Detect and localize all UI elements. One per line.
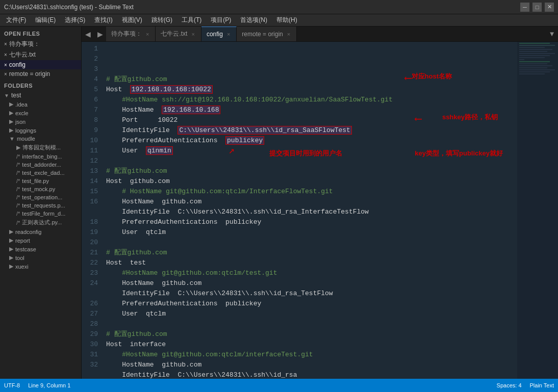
menu-item-p[interactable]: 项目(P) [207,15,235,25]
folder-child-name: json [15,119,26,125]
tab-next-button[interactable]: ▶ [94,27,106,41]
folder-excle[interactable]: ▶ excle [7,109,81,117]
folder-child-name: loggings [15,127,36,134]
folder-arrow-icon: ▶ [9,263,13,270]
folder-tool[interactable]: ▶ tool [7,253,81,262]
file-test-operation[interactable]: /* test_operation... [14,193,81,201]
minimize-button[interactable]: ─ [520,3,529,12]
folder-loggings[interactable]: ▶ loggings [7,126,81,135]
file-icon: /* [16,211,20,217]
title-bar: C:\Users\24831\.ssh\config (test) - Subl… [0,0,558,14]
folder-test-children: ▶ .idea ▶ excle ▶ json ▶ loggings ▼ moud… [0,100,81,271]
tab-label: config [207,31,223,38]
tab-overflow-button[interactable]: ▼ [546,27,558,41]
status-right: Spaces: 4 Plain Text [497,382,554,388]
menu-item-n[interactable]: 首选项(N) [236,15,271,25]
tab-daiban[interactable]: 待办事项： × [106,27,156,41]
code-editor[interactable]: # 配置github.com Host 192.168.10.168:10022… [102,42,517,379]
folder-readconfig[interactable]: ▶ readconfig [7,227,81,236]
close-icon[interactable]: × [4,41,7,47]
tab-label: 七牛云.txt [161,30,187,38]
close-icon[interactable]: × [4,71,7,77]
moudle-children: ▶ 博客园定制模... /* interface_bing... /* test… [7,143,81,227]
menu-item-s[interactable]: 选择(S) [61,15,89,25]
sidebar-item-daiban[interactable]: × 待办事项： [0,39,81,49]
menu-item-i[interactable]: 查找(I) [90,15,116,25]
tab-close-icon[interactable]: × [226,31,231,38]
folder-child-name: report [15,238,30,244]
tab-spacer [297,27,546,41]
close-button[interactable]: ✕ [545,3,554,12]
menu-item-e[interactable]: 编辑(E) [31,15,60,25]
folder-child-name: moudle [17,136,35,142]
file-test-file[interactable]: /* test_file.py [14,177,81,185]
sidebar-file-label: remote = origin [9,70,50,77]
folder-json[interactable]: ▶ json [7,117,81,126]
file-name: test_operation... [22,194,62,200]
main-layout: OPEN FILES × 待办事项： × 七牛云.txt × config × … [0,27,558,379]
file-icon: /* [16,202,20,208]
annotation-arrow-2: ⟵ [415,114,421,124]
folder-test[interactable]: ▼ test [0,91,81,100]
file-name: 博客园定制模... [22,144,61,151]
folder-report[interactable]: ▶ report [7,236,81,245]
folder-name: test [11,92,21,99]
file-name: test_addorder... [22,162,61,168]
sidebar-item-config[interactable]: × config [0,60,81,69]
sidebar-file-label: config [9,61,26,68]
tab-prev-button[interactable]: ◀ [82,27,94,41]
folder-arrow-icon: ▶ [9,246,13,252]
maximize-button[interactable]: □ [532,3,542,12]
file-name: testFile_form_d... [22,211,65,217]
folder-testcase[interactable]: ▶ testcase [7,245,81,253]
tab-qiniuyun[interactable]: 七牛云.txt × [156,27,201,41]
folder-moudle[interactable]: ▼ moudle [7,135,81,143]
menu-item-h[interactable]: 帮助(H) [272,15,301,25]
file-test-excle[interactable]: /* test_excle_dad... [14,169,81,177]
folder-arrow-icon: ▶ [9,101,13,108]
tab-label: remote = origin [242,31,283,38]
sidebar: OPEN FILES × 待办事项： × 七牛云.txt × config × … [0,27,82,379]
tab-close-icon[interactable]: × [286,31,291,38]
sidebar-item-qiniuyun[interactable]: × 七牛云.txt [0,49,81,60]
tab-close-icon[interactable]: × [145,31,150,38]
file-test-mock[interactable]: /* test_mock.py [14,185,81,193]
menu-item-g[interactable]: 跳转(G) [147,15,176,25]
file-interface-bing[interactable]: /* interface_bing... [14,152,81,161]
file-icon: /* [16,178,20,184]
file-icon: /* [16,162,20,168]
menu-item-t[interactable]: 工具(T) [177,15,206,25]
open-files-header: OPEN FILES [0,27,81,39]
tab-config[interactable]: config × [201,27,237,41]
close-icon[interactable]: × [4,52,7,58]
close-icon[interactable]: × [4,62,7,68]
sidebar-file-label: 待办事项： [9,40,40,48]
menu-bar: 文件(F)编辑(E)选择(S)查找(I)视图(V)跳转(G)工具(T)项目(P)… [0,14,558,27]
file-boke[interactable]: ▶ 博客园定制模... [14,143,81,152]
tab-close-icon[interactable]: × [190,31,195,38]
file-test-requests[interactable]: /* test_requests.p... [14,201,81,210]
window-controls: ─ □ ✕ [520,3,554,12]
menu-item-f[interactable]: 文件(F) [2,15,30,25]
file-regex[interactable]: /* 正则表达式.py... [14,218,81,227]
annotation-sshkey-label: sshkey路径，私钥 [442,112,498,122]
annotation-keytype-label: key类型，填写publickey就好 [415,148,503,159]
tab-remote[interactable]: remote = origin × [237,27,297,41]
folder-xuexi[interactable]: ▶ xuexi [7,262,81,271]
folder-arrow-icon: ▶ [9,237,13,244]
folder-idea[interactable]: ▶ .idea [7,100,81,109]
menu-item-v[interactable]: 视图(V) [118,15,146,25]
file-test-addorder[interactable]: /* test_addorder... [14,161,81,169]
minimap [517,42,558,379]
status-line-info: Line 9, Column 1 [28,382,70,388]
file-name: test_requests.p... [22,202,65,208]
annotation-arrow-3: ↗ [229,146,235,156]
tab-label: 待办事项： [111,30,142,38]
folder-child-name: tool [15,255,24,261]
file-testfile-form[interactable]: /* testFile_form_d... [14,210,81,218]
file-name: interface_bing... [22,153,62,160]
file-icon: /* [16,220,20,226]
status-encoding: UTF-8 [4,382,20,388]
status-spaces: Spaces: 4 [497,382,522,388]
sidebar-item-remote[interactable]: × remote = origin [0,69,81,79]
